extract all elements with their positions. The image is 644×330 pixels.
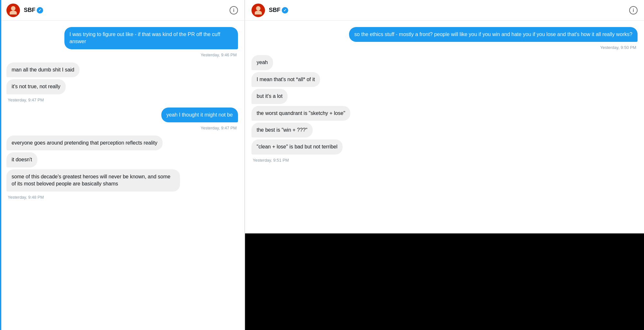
message-received-3: everyone goes around pretending that per… bbox=[6, 136, 163, 150]
p2-msg-time-1: Yesterday, 9:50 PM bbox=[253, 45, 636, 50]
verified-badge-2: ✓ bbox=[282, 7, 288, 14]
info-icon-1[interactable]: i bbox=[230, 6, 238, 14]
message-received-4: it doesn't bbox=[6, 152, 37, 167]
header-left-1: SBF ✓ bbox=[6, 4, 43, 17]
msg-time-4: Yesterday, 9:48 PM bbox=[8, 195, 237, 200]
message-sent-2: yeah I thought it might not be bbox=[161, 108, 238, 122]
p2-message-received-2: I mean that's not *all* of it bbox=[251, 72, 320, 87]
messages-area-1: I was trying to figure out like - if tha… bbox=[0, 21, 244, 330]
info-icon-2[interactable]: i bbox=[629, 6, 638, 14]
username-1: SBF ✓ bbox=[24, 7, 43, 14]
chat-header-1: SBF ✓ i bbox=[0, 0, 244, 21]
chat-panel-1: SBF ✓ i I was trying to figure out like … bbox=[0, 0, 245, 330]
message-received-5: some of this decade's greatest heroes wi… bbox=[6, 169, 180, 192]
p2-message-group-received-1: yeah I mean that's not *all* of it but i… bbox=[251, 55, 638, 154]
p2-message-received-5: the best is "win + ???" bbox=[251, 123, 313, 137]
avatar-1 bbox=[6, 4, 20, 17]
chat-panel-2: SBF ✓ i so the ethics stuff - mostly a f… bbox=[245, 0, 644, 330]
username-2: SBF ✓ bbox=[269, 7, 288, 14]
msg-time-1: Yesterday, 9:46 PM bbox=[8, 52, 237, 57]
blue-accent-line bbox=[0, 0, 1, 330]
p2-message-received-1: yeah bbox=[251, 55, 273, 70]
avatar-2 bbox=[251, 4, 265, 17]
black-bar bbox=[245, 233, 644, 330]
message-received-2: it's not true, not really bbox=[6, 79, 66, 94]
message-received-1: man all the dumb shit I said bbox=[6, 62, 80, 77]
message-sent-1: I was trying to figure out like - if tha… bbox=[64, 27, 238, 49]
p2-message-received-3: but it's a lot bbox=[251, 89, 288, 104]
message-group-received-2: everyone goes around pretending that per… bbox=[6, 136, 238, 192]
p2-msg-time-2: Yesterday, 9:51 PM bbox=[253, 158, 636, 163]
username-text-2: SBF bbox=[269, 7, 280, 14]
p2-message-received-4: the worst quandrant is "sketchy + lose" bbox=[251, 106, 350, 121]
message-group-received-1: man all the dumb shit I said it's not tr… bbox=[6, 62, 238, 94]
username-text-1: SBF bbox=[24, 7, 35, 14]
msg-time-2: Yesterday, 9:47 PM bbox=[8, 98, 237, 102]
msg-time-3: Yesterday, 9:47 PM bbox=[8, 126, 237, 130]
header-left-2: SBF ✓ bbox=[251, 4, 288, 17]
p2-message-sent-1: so the ethics stuff - mostly a front? pe… bbox=[349, 27, 638, 42]
chat-header-2: SBF ✓ i bbox=[245, 0, 644, 21]
verified-badge-1: ✓ bbox=[37, 7, 43, 14]
p2-message-received-6: "clean + lose" is bad but not terribel bbox=[251, 139, 343, 154]
messages-area-2: so the ethics stuff - mostly a front? pe… bbox=[245, 21, 644, 233]
